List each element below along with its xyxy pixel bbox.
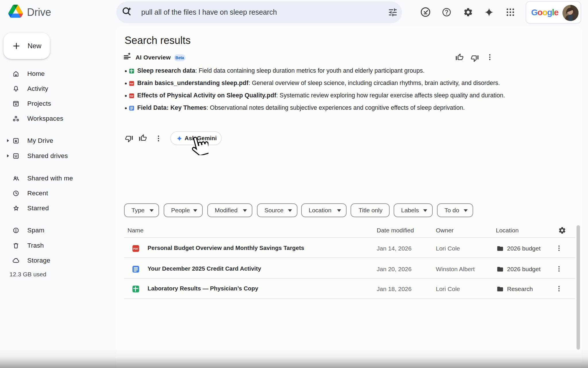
svg-text:PDF: PDF <box>133 247 139 250</box>
svg-text:PDF: PDF <box>130 83 134 85</box>
svg-text:PDF: PDF <box>130 95 134 97</box>
